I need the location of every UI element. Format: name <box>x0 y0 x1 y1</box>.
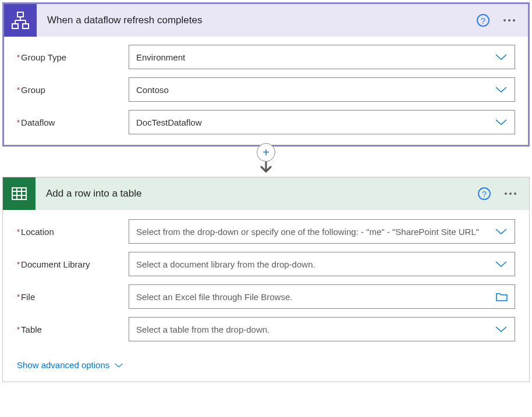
group-type-value: Environment <box>136 52 490 62</box>
chevron-down-icon <box>114 362 123 368</box>
dataflow-select[interactable]: DocTestDataflow <box>129 110 515 134</box>
required-marker: * <box>17 85 20 94</box>
library-label: Document Library <box>21 259 90 269</box>
location-row: * Location Select from the drop-down or … <box>17 219 515 244</box>
help-icon[interactable]: ? <box>478 187 491 200</box>
add-step-button[interactable]: + <box>257 143 275 162</box>
group-select[interactable]: Contoso <box>129 77 515 102</box>
dataflow-row: * Dataflow DocTestDataflow <box>17 110 515 134</box>
library-select[interactable]: Select a document library from the drop-… <box>129 252 515 276</box>
svg-rect-5 <box>12 24 18 28</box>
file-placeholder: Select an Excel file through File Browse… <box>136 292 491 302</box>
location-label: Location <box>21 227 54 237</box>
location-select[interactable]: Select from the drop-down or specify one… <box>129 219 515 244</box>
dataflow-value: DocTestDataflow <box>136 117 490 127</box>
group-row: * Group Contoso <box>17 77 515 102</box>
required-marker: * <box>17 52 20 61</box>
help-icon[interactable]: ? <box>477 14 490 27</box>
file-input[interactable]: Select an Excel file through File Browse… <box>129 284 515 309</box>
group-type-row: * Group Type Environment <box>17 45 515 69</box>
library-row: * Document Library Select a document lib… <box>17 252 515 276</box>
table-placeholder: Select a table from the drop-down. <box>136 325 490 334</box>
chevron-down-icon <box>495 54 508 60</box>
library-placeholder: Select a document library from the drop-… <box>136 259 490 269</box>
file-label: File <box>21 292 35 302</box>
dataflow-icon <box>4 4 37 37</box>
svg-rect-7 <box>12 188 26 199</box>
chevron-down-icon <box>495 261 508 268</box>
more-icon[interactable] <box>501 189 520 198</box>
arrow-down-icon <box>259 161 273 173</box>
table-row: * Table Select a table from the drop-dow… <box>17 317 515 341</box>
required-marker: * <box>17 117 20 126</box>
location-placeholder: Select from the drop-down or specify one… <box>136 227 490 237</box>
file-row: * File Select an Excel file through File… <box>17 284 515 309</box>
dataflow-label: Dataflow <box>21 117 55 127</box>
action-header[interactable]: Add a row into a table ? <box>3 177 529 210</box>
svg-rect-6 <box>23 24 29 28</box>
action-title: Add a row into a table <box>36 188 478 199</box>
action-card: Add a row into a table ? * Location Sele… <box>2 177 530 382</box>
chevron-down-icon <box>495 119 508 126</box>
advanced-options-label: Show advanced options <box>17 360 109 370</box>
group-type-select[interactable]: Environment <box>129 45 515 69</box>
connector: + <box>2 143 530 173</box>
folder-icon[interactable] <box>496 292 508 301</box>
required-marker: * <box>17 325 20 333</box>
more-icon[interactable] <box>500 16 519 25</box>
trigger-title: When a dataflow refresh completes <box>37 15 477 26</box>
trigger-header[interactable]: When a dataflow refresh completes ? <box>4 4 528 37</box>
trigger-body: * Group Type Environment * Group Contoso… <box>4 37 528 145</box>
action-body: * Location Select from the drop-down or … <box>3 210 529 382</box>
trigger-card: When a dataflow refresh completes ? * Gr… <box>2 2 530 147</box>
required-marker: * <box>17 259 20 268</box>
group-value: Contoso <box>136 85 490 95</box>
required-marker: * <box>17 227 20 236</box>
chevron-down-icon <box>495 228 508 235</box>
table-label: Table <box>21 325 42 334</box>
required-marker: * <box>17 292 20 301</box>
excel-icon <box>3 177 36 210</box>
chevron-down-icon <box>495 326 508 333</box>
group-type-label: Group Type <box>21 52 66 62</box>
svg-rect-0 <box>17 12 23 17</box>
group-label: Group <box>21 85 45 95</box>
table-select[interactable]: Select a table from the drop-down. <box>129 317 515 341</box>
show-advanced-options-link[interactable]: Show advanced options <box>17 350 123 370</box>
chevron-down-icon <box>495 86 508 93</box>
